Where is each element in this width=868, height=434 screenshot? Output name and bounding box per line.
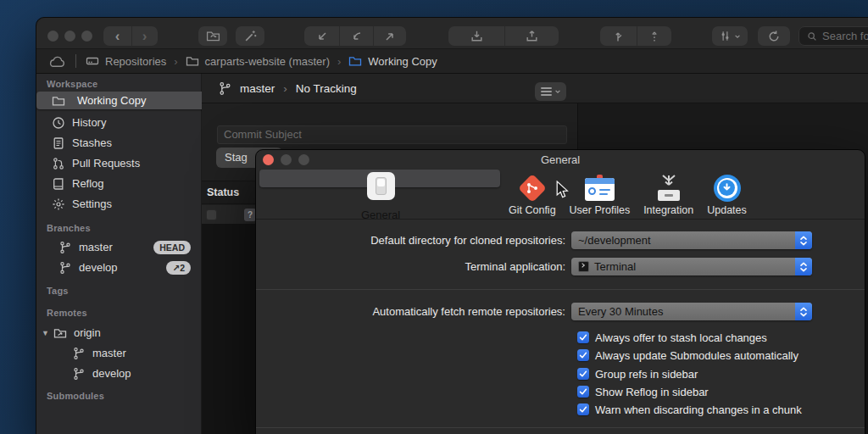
form-divider bbox=[256, 289, 865, 290]
stepper-icon bbox=[795, 303, 812, 320]
sidebar-branch-master[interactable]: master HEAD bbox=[36, 237, 201, 257]
commit-subject-input[interactable]: Commit Subject bbox=[217, 125, 567, 144]
cloud-icon[interactable] bbox=[48, 55, 66, 68]
tab-integration[interactable]: Integration bbox=[638, 170, 698, 218]
terminal-app-icon bbox=[578, 261, 589, 272]
working-copy-folder-icon bbox=[348, 54, 362, 68]
pull-request-icon bbox=[52, 157, 65, 170]
tracking-label[interactable]: No Tracking bbox=[296, 82, 357, 95]
untracked-status-badge: ? bbox=[244, 209, 256, 221]
file-checkbox[interactable] bbox=[206, 209, 217, 220]
sidebar-item-stashes[interactable]: Stashes bbox=[36, 133, 201, 153]
create-branch-button[interactable] bbox=[601, 26, 637, 46]
general-tab-icon bbox=[367, 172, 395, 200]
disclosure-triangle-icon[interactable]: ▼ bbox=[42, 329, 49, 337]
git-branch-icon bbox=[72, 347, 86, 360]
open-repository-button[interactable] bbox=[198, 26, 227, 46]
current-branch-label[interactable]: master bbox=[240, 82, 275, 95]
minimize-window-button[interactable] bbox=[64, 31, 75, 42]
breadcrumb: Repositories › carparts-website (master)… bbox=[36, 49, 868, 74]
terminal-application-select[interactable]: Terminal bbox=[571, 258, 812, 275]
close-window-button[interactable] bbox=[47, 31, 58, 42]
auto-fetch-select[interactable]: Every 30 Minutes bbox=[571, 303, 812, 320]
folder-icon bbox=[52, 94, 65, 108]
git-branch-icon bbox=[58, 241, 72, 254]
checkbox-checked-icon[interactable] bbox=[577, 386, 589, 398]
default-directory-select[interactable]: ~/development bbox=[571, 231, 812, 249]
search-placeholder: Search fo bbox=[822, 30, 868, 42]
chevron-down-icon bbox=[554, 88, 561, 95]
checkbox-checked-icon[interactable] bbox=[577, 349, 589, 361]
search-input[interactable]: Search fo bbox=[798, 26, 868, 46]
tab-updates[interactable]: Updates bbox=[702, 170, 752, 218]
checkbox-stash-local-changes[interactable]: Always offer to stash local changes bbox=[577, 331, 767, 344]
terminal-application-row: Terminal application: Terminal bbox=[256, 258, 812, 275]
checkbox-checked-icon[interactable] bbox=[577, 368, 589, 380]
git-branch-icon bbox=[218, 81, 232, 96]
fetch-pull-push-group bbox=[304, 26, 406, 46]
git-config-tab-icon bbox=[518, 174, 547, 203]
sidebar-item-settings[interactable]: Settings bbox=[36, 194, 201, 214]
main-titlebar: ‹ › bbox=[36, 18, 868, 49]
history-nav-group: ‹ › bbox=[103, 26, 158, 46]
git-branch-icon bbox=[72, 367, 86, 381]
repo-folder-icon bbox=[186, 54, 199, 68]
dialog-minimize-button[interactable] bbox=[281, 154, 292, 165]
breadcrumb-working-copy[interactable]: Working Copy bbox=[368, 55, 437, 68]
head-badge: HEAD bbox=[153, 241, 191, 254]
tab-git-config[interactable]: Git Config bbox=[504, 170, 561, 218]
tab-general[interactable]: General bbox=[259, 170, 500, 187]
clock-icon bbox=[52, 116, 65, 130]
user-profiles-tab-icon bbox=[585, 178, 615, 201]
back-button[interactable]: ‹ bbox=[104, 26, 131, 46]
book-icon bbox=[52, 177, 65, 191]
repositories-icon bbox=[86, 54, 99, 68]
stash-button[interactable] bbox=[449, 26, 504, 46]
breadcrumb-chevron-icon: › bbox=[337, 55, 341, 68]
unstash-button[interactable] bbox=[504, 26, 559, 46]
fetch-button[interactable] bbox=[305, 26, 339, 46]
updates-tab-icon bbox=[714, 175, 741, 202]
sidebar-item-pull-requests[interactable]: Pull Requests bbox=[36, 153, 201, 173]
dialog-close-button[interactable] bbox=[263, 154, 274, 165]
sidebar-item-history[interactable]: History bbox=[36, 113, 201, 132]
sidebar-remote-master[interactable]: master bbox=[36, 343, 201, 363]
checkbox-group-refs[interactable]: Group refs in sidebar bbox=[577, 367, 698, 381]
view-options-button[interactable] bbox=[535, 82, 566, 101]
commit-subject-placeholder: Commit Subject bbox=[224, 128, 302, 141]
sidebar-remote-develop[interactable]: develop bbox=[36, 364, 201, 383]
remote-folder-icon bbox=[53, 326, 67, 340]
checkbox-warn-discard-chunk[interactable]: Warn when discarding changes in a chunk bbox=[577, 403, 802, 416]
checkbox-checked-icon[interactable] bbox=[577, 331, 589, 343]
refresh-button[interactable] bbox=[758, 26, 790, 46]
sidebar-remote-origin[interactable]: ▼ origin bbox=[36, 323, 201, 342]
zoom-window-button[interactable] bbox=[81, 31, 92, 42]
forward-button[interactable]: › bbox=[131, 26, 158, 46]
quick-launch-button[interactable] bbox=[236, 26, 264, 46]
dialog-zoom-button[interactable] bbox=[298, 154, 309, 165]
checkbox-update-submodules[interactable]: Always update Submodules automatically bbox=[577, 348, 798, 362]
divider bbox=[75, 54, 76, 68]
sidebar-item-reflog[interactable]: Reflog bbox=[36, 174, 201, 193]
create-tag-button[interactable] bbox=[637, 26, 671, 46]
workspace-section-header: Workspace bbox=[47, 79, 97, 89]
integration-tab-icon bbox=[656, 175, 682, 202]
sidebar-branch-develop[interactable]: develop ↗2 bbox=[36, 258, 201, 277]
push-button[interactable] bbox=[373, 26, 405, 46]
terminal-application-label: Terminal application: bbox=[256, 260, 571, 273]
sidebar: Workspace Working Copy 1 History Stashes… bbox=[36, 74, 202, 434]
filter-button[interactable] bbox=[712, 26, 748, 46]
branches-section-header: Branches bbox=[47, 223, 91, 233]
tags-section-header: Tags bbox=[47, 286, 69, 296]
gear-icon bbox=[52, 198, 65, 211]
checkbox-show-reflog[interactable]: Show Reflog in sidebar bbox=[577, 385, 709, 398]
stepper-icon bbox=[795, 231, 812, 249]
breadcrumb-repo[interactable]: carparts-website (master) bbox=[205, 55, 330, 68]
document-icon bbox=[52, 136, 65, 150]
breadcrumb-repositories[interactable]: Repositories bbox=[105, 55, 166, 68]
default-directory-label: Default directory for cloned repositorie… bbox=[256, 234, 571, 247]
pull-button[interactable] bbox=[339, 26, 373, 46]
tab-user-profiles[interactable]: User Profiles bbox=[565, 170, 636, 218]
checkbox-checked-icon[interactable] bbox=[577, 403, 589, 415]
stepper-icon bbox=[795, 258, 812, 275]
